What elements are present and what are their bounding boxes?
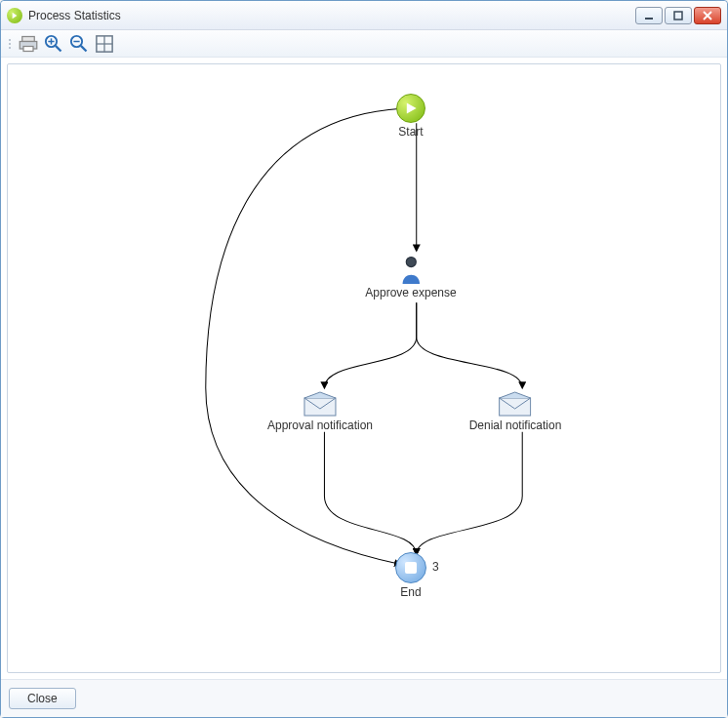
edges-layer [8,64,720,672]
node-start[interactable]: Start [396,94,425,139]
mail-icon [303,391,337,417]
print-button[interactable] [19,34,38,54]
node-denial-notification[interactable]: Denial notification [469,391,562,432]
footer: Close [1,679,727,717]
minimize-button[interactable] [635,7,663,24]
printer-icon [19,34,38,54]
maximize-button[interactable] [665,7,692,24]
svg-rect-2 [22,36,35,41]
app-window: Process Statistics [0,0,728,718]
svg-rect-0 [645,18,653,20]
end-icon [395,552,426,583]
svg-line-10 [81,45,87,51]
app-icon [7,8,22,23]
fit-window-icon [95,34,114,54]
zoom-in-icon [44,34,63,54]
node-approve-expense[interactable]: Approve expense [365,255,456,299]
diagram-canvas[interactable]: Start Approve expense [7,63,721,673]
zoom-out-icon [69,34,89,54]
zoom-out-button[interactable] [69,34,89,54]
mail-icon [499,391,532,417]
close-button[interactable]: Close [9,688,76,709]
window-title: Process Statistics [28,9,121,22]
titlebar: Process Statistics [1,1,727,30]
person-icon [396,255,425,284]
node-denial-notification-label: Denial notification [469,419,562,432]
toolbar [1,30,727,58]
start-icon [396,94,425,123]
window-controls [635,7,721,24]
svg-line-6 [56,45,61,51]
fit-window-button[interactable] [95,34,114,54]
zoom-in-button[interactable] [44,34,63,54]
svg-rect-1 [674,12,682,20]
toolbar-grip [9,35,13,53]
node-end-label: End [400,585,421,599]
node-end-count: 3 [432,560,439,574]
svg-rect-4 [23,46,33,51]
canvas-wrap: Start Approve expense [1,58,727,679]
node-end[interactable]: 3 End [395,552,426,599]
node-approve-expense-label: Approve expense [365,286,456,299]
node-approval-notification[interactable]: Approval notification [267,391,373,432]
close-window-button[interactable] [694,7,721,24]
node-approval-notification-label: Approval notification [267,419,373,432]
node-start-label: Start [398,125,423,139]
